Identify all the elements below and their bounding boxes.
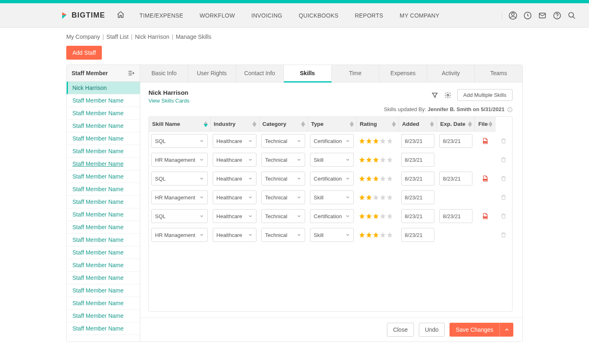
type-select[interactable]: Skill <box>310 190 354 204</box>
skill-name-select[interactable]: SQL <box>151 172 208 185</box>
sidebar-item[interactable]: Staff Member Name <box>67 297 140 310</box>
added-date-input[interactable] <box>401 228 434 242</box>
added-date-input[interactable] <box>401 190 434 204</box>
add-multiple-skills-button[interactable]: Add Multiple Skills <box>457 89 513 101</box>
exp-date-input[interactable] <box>439 209 472 223</box>
add-staff-button[interactable]: Add Staff <box>66 46 102 60</box>
sidebar-item[interactable]: Nick Harrison <box>67 82 140 94</box>
close-button[interactable]: Close <box>387 323 414 337</box>
delete-row-button[interactable] <box>498 137 510 145</box>
column-header[interactable]: Exp. Date <box>437 117 475 132</box>
industry-select[interactable]: Healthcare <box>213 134 256 148</box>
sort-icon[interactable] <box>301 121 305 127</box>
tab[interactable]: Activity <box>427 65 475 82</box>
breadcrumb-item[interactable]: Nick Harrison <box>135 33 169 40</box>
industry-select[interactable]: Healthcare <box>213 172 256 185</box>
clock-icon[interactable] <box>524 11 532 20</box>
column-header[interactable]: Industry <box>210 117 259 132</box>
category-select[interactable]: Technical <box>261 172 305 185</box>
sort-icon[interactable] <box>204 121 208 127</box>
nav-item[interactable]: QUICKBOOKS <box>299 12 338 19</box>
sidebar-item[interactable]: Staff Member Name <box>67 158 140 170</box>
type-select[interactable]: Certification <box>310 172 354 185</box>
sidebar-item[interactable]: Staff Member Name <box>67 145 140 158</box>
info-icon[interactable] <box>507 107 513 112</box>
sidebar-item[interactable]: Staff Member Name <box>67 234 140 246</box>
skill-name-select[interactable]: HR Management <box>151 190 208 204</box>
column-header[interactable]: Category <box>259 117 308 132</box>
tab[interactable]: Basic Info <box>140 65 188 82</box>
sort-icon[interactable] <box>468 121 472 127</box>
sidebar-item[interactable]: Staff Member Name <box>67 310 140 322</box>
industry-select[interactable]: Healthcare <box>213 228 256 242</box>
help-icon[interactable] <box>553 11 561 20</box>
category-select[interactable]: Technical <box>261 153 305 167</box>
type-select[interactable]: Certification <box>310 134 354 148</box>
file-cell[interactable] <box>477 174 493 183</box>
nav-item[interactable]: WORKFLOW <box>200 12 235 19</box>
sort-icon[interactable] <box>488 121 492 127</box>
skill-name-select[interactable]: HR Management <box>151 228 208 242</box>
skill-name-select[interactable]: SQL <box>151 209 208 223</box>
sidebar-item[interactable]: Staff Member Name <box>67 94 140 107</box>
nav-item[interactable]: INVOICING <box>251 12 282 19</box>
rating-stars[interactable] <box>359 194 396 201</box>
sidebar-item[interactable]: Staff Member Name <box>67 107 140 120</box>
industry-select[interactable]: Healthcare <box>213 209 256 223</box>
column-header[interactable]: Added <box>399 117 437 132</box>
view-skills-cards-link[interactable]: View Skills Cards <box>148 98 189 104</box>
undo-button[interactable]: Undo <box>419 323 445 337</box>
sort-icon[interactable] <box>350 121 354 127</box>
delete-row-button[interactable] <box>498 156 510 163</box>
tab[interactable]: Expenses <box>379 65 427 82</box>
added-date-input[interactable] <box>401 153 434 167</box>
mail-icon[interactable] <box>538 11 546 20</box>
file-cell[interactable] <box>477 137 493 145</box>
gear-icon[interactable] <box>444 92 452 99</box>
logo[interactable]: BIGTIME <box>59 11 105 20</box>
industry-select[interactable]: Healthcare <box>213 190 256 204</box>
sort-icon[interactable] <box>392 121 396 127</box>
skill-name-select[interactable]: HR Management <box>151 153 208 167</box>
sidebar-item[interactable]: Staff Member Name <box>67 208 140 221</box>
sidebar-item[interactable]: Staff Member Name <box>67 120 140 132</box>
sidebar-item[interactable]: Staff Member Name <box>67 132 140 145</box>
sidebar-item[interactable]: Staff Member Name <box>67 284 140 297</box>
sidebar-item[interactable]: Staff Member Name <box>67 246 140 259</box>
file-cell[interactable] <box>477 212 493 220</box>
added-date-input[interactable] <box>401 134 434 148</box>
breadcrumb-item[interactable]: My Company <box>66 33 100 40</box>
added-date-input[interactable] <box>401 209 434 223</box>
sidebar-item[interactable]: Staff Member Name <box>67 170 140 183</box>
type-select[interactable]: Skill <box>310 228 354 242</box>
save-dropdown-toggle[interactable] <box>499 323 513 337</box>
delete-row-button[interactable] <box>498 212 510 220</box>
sidebar-item[interactable]: Staff Member Name <box>67 272 140 284</box>
sidebar-item[interactable]: Staff Member Name <box>67 183 140 196</box>
home-button[interactable] <box>117 11 125 20</box>
exp-date-input[interactable] <box>439 172 472 185</box>
nav-item[interactable]: MY COMPANY <box>400 12 439 19</box>
column-header[interactable]: Type <box>308 117 356 132</box>
industry-select[interactable]: Healthcare <box>213 153 256 167</box>
save-changes-button[interactable]: Save Changes <box>450 323 499 337</box>
tab[interactable]: Skills <box>284 65 332 83</box>
rating-stars[interactable] <box>359 232 396 238</box>
column-header[interactable]: Rating <box>356 117 398 132</box>
tab[interactable]: Teams <box>475 65 522 82</box>
sidebar-item[interactable]: Staff Member Name <box>67 196 140 208</box>
delete-row-button[interactable] <box>498 231 510 239</box>
sidebar-item[interactable]: Staff Member Name <box>67 259 140 272</box>
tab[interactable]: Time <box>332 65 380 82</box>
type-select[interactable]: Skill <box>310 153 354 167</box>
rating-stars[interactable] <box>359 156 396 163</box>
sidebar-item[interactable]: Staff Member Name <box>67 221 140 234</box>
column-header[interactable]: Skill Name <box>149 117 210 132</box>
column-header[interactable]: File <box>475 117 495 132</box>
sidebar-item[interactable]: Staff Member Name <box>67 322 140 335</box>
skill-name-select[interactable]: SQL <box>151 134 208 148</box>
nav-item[interactable]: TIME/EXPENSE <box>139 12 183 19</box>
sort-icon[interactable] <box>430 121 434 127</box>
rating-stars[interactable] <box>359 138 396 144</box>
category-select[interactable]: Technical <box>261 190 305 204</box>
